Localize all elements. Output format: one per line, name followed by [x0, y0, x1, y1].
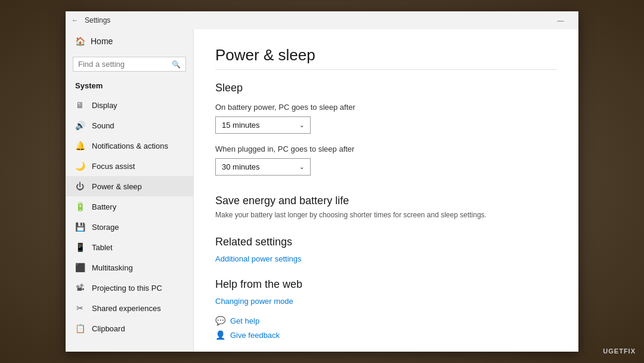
search-input[interactable]	[78, 60, 168, 69]
sidebar-item-label-battery: Battery	[92, 202, 116, 211]
notifications-icon: 🔔	[75, 141, 85, 150]
sidebar-item-label-multitasking: Multitasking	[92, 263, 133, 272]
back-button[interactable]: ←	[72, 16, 79, 24]
search-container: 🔍	[66, 53, 193, 75]
additional-power-settings-link[interactable]: Additional power settings	[215, 254, 302, 263]
shared-icon: ✂	[75, 303, 85, 313]
sidebar-item-label-sound: Sound	[92, 121, 114, 130]
sound-icon: 🔊	[75, 121, 85, 130]
plugged-value: 30 minutes	[222, 162, 260, 171]
sidebar-item-label-clipboard: Clipboard	[92, 324, 125, 333]
get-help-icon: 💬	[215, 316, 225, 325]
get-help-label: Get help	[230, 316, 259, 325]
save-energy-desc: Make your battery last longer by choosin…	[215, 211, 557, 219]
tablet-icon: 📱	[75, 242, 85, 252]
bottom-links: 💬 Get help 👤 Give feedback	[215, 316, 557, 340]
sidebar-item-shared[interactable]: ✂ Shared experiences	[66, 298, 193, 318]
battery-value: 15 minutes	[222, 121, 260, 130]
battery-label: On battery power, PC goes to sleep after	[215, 103, 557, 112]
search-box[interactable]: 🔍	[73, 57, 186, 72]
nav-items-container: 🖥 Display 🔊 Sound 🔔 Notifications & acti…	[66, 95, 193, 339]
window-title: Settings	[85, 16, 549, 24]
focus-assist-icon: 🌙	[75, 161, 85, 171]
plugged-label: When plugged in, PC goes to sleep after	[215, 144, 557, 153]
sidebar-item-sound[interactable]: 🔊 Sound	[66, 115, 193, 136]
watermark: UGETFIX	[603, 347, 636, 355]
sidebar-item-label-notifications: Notifications & actions	[92, 141, 168, 150]
title-bar: ← Settings —	[66, 11, 578, 29]
give-feedback-label: Give feedback	[230, 331, 280, 340]
sidebar-item-power-sleep[interactable]: ⏻ Power & sleep	[66, 176, 193, 196]
sidebar-item-label-projecting: Projecting to this PC	[92, 284, 162, 293]
give-feedback-link[interactable]: 👤 Give feedback	[215, 330, 557, 340]
battery-icon: 🔋	[75, 202, 85, 211]
save-energy-section: Save energy and battery life Make your b…	[215, 192, 557, 219]
power-sleep-icon: ⏻	[75, 182, 85, 191]
help-section: Help from the web Changing power mode	[215, 278, 557, 306]
sidebar-item-battery[interactable]: 🔋 Battery	[66, 196, 193, 217]
related-settings-title: Related settings	[215, 236, 557, 248]
sidebar-item-clipboard[interactable]: 📋 Clipboard	[66, 318, 193, 339]
get-help-link[interactable]: 💬 Get help	[215, 316, 557, 325]
sleep-section-title: Sleep	[215, 82, 557, 94]
battery-dropdown[interactable]: 15 minutes ⌄	[215, 116, 311, 134]
sidebar-item-focus-assist[interactable]: 🌙 Focus assist	[66, 156, 193, 176]
sidebar-item-tablet[interactable]: 📱 Tablet	[66, 237, 193, 257]
plugged-dropdown-arrow: ⌄	[299, 164, 304, 170]
title-bar-controls: —	[549, 12, 572, 29]
sidebar: 🏠 Home 🔍 System 🖥 Display 🔊 Sound 🔔 Noti…	[66, 29, 194, 352]
clipboard-icon: 📋	[75, 324, 85, 333]
sidebar-home[interactable]: 🏠 Home	[66, 29, 193, 53]
sidebar-item-label-power-sleep: Power & sleep	[92, 182, 142, 191]
storage-icon: 💾	[75, 222, 85, 232]
plugged-dropdown[interactable]: 30 minutes ⌄	[215, 158, 311, 176]
sidebar-item-label-storage: Storage	[92, 223, 119, 232]
content-area: 🏠 Home 🔍 System 🖥 Display 🔊 Sound 🔔 Noti…	[66, 29, 578, 352]
sidebar-item-label-focus-assist: Focus assist	[92, 162, 135, 171]
help-title: Help from the web	[215, 278, 557, 291]
home-label: Home	[91, 36, 113, 46]
sidebar-item-label-display: Display	[92, 101, 117, 110]
minimize-button[interactable]: —	[549, 12, 572, 29]
projecting-icon: 📽	[75, 283, 85, 293]
multitasking-icon: ⬛	[75, 263, 85, 272]
sidebar-item-notifications[interactable]: 🔔 Notifications & actions	[66, 136, 193, 156]
sidebar-item-label-tablet: Tablet	[92, 243, 113, 252]
search-icon: 🔍	[172, 60, 181, 69]
sleep-section: Sleep On battery power, PC goes to sleep…	[215, 82, 557, 176]
system-label: System	[66, 78, 193, 95]
home-icon: 🏠	[75, 36, 85, 46]
settings-window: ← Settings — 🏠 Home 🔍 System 🖥 Display 🔊	[66, 11, 578, 352]
battery-dropdown-arrow: ⌄	[299, 122, 304, 128]
sidebar-item-projecting[interactable]: 📽 Projecting to this PC	[66, 278, 193, 298]
display-icon: 🖥	[75, 100, 85, 110]
sidebar-item-display[interactable]: 🖥 Display	[66, 95, 193, 115]
give-feedback-icon: 👤	[215, 330, 225, 340]
save-energy-title: Save energy and battery life	[215, 195, 557, 207]
sidebar-item-label-shared: Shared experiences	[92, 304, 161, 313]
sidebar-item-multitasking[interactable]: ⬛ Multitasking	[66, 257, 193, 278]
related-settings-section: Related settings Additional power settin…	[215, 236, 557, 264]
main-content: Power & sleep Sleep On battery power, PC…	[194, 29, 578, 352]
sidebar-item-storage[interactable]: 💾 Storage	[66, 217, 193, 237]
changing-power-mode-link[interactable]: Changing power mode	[215, 297, 293, 306]
page-title: Power & sleep	[215, 46, 557, 70]
